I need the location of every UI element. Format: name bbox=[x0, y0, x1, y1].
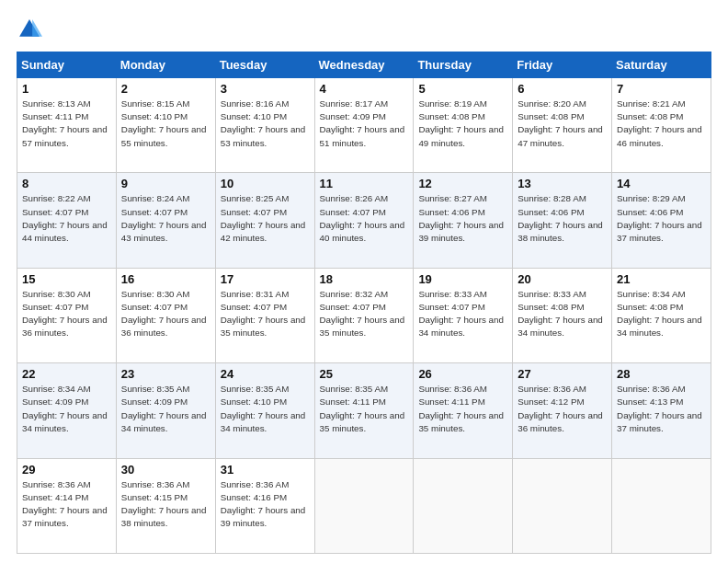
day-detail: Sunrise: 8:29 AMSunset: 4:06 PMDaylight:… bbox=[617, 193, 702, 243]
logo bbox=[17, 17, 46, 42]
calendar-cell: 22 Sunrise: 8:34 AMSunset: 4:09 PMDaylig… bbox=[17, 363, 117, 458]
day-number: 25 bbox=[320, 367, 409, 381]
day-detail: Sunrise: 8:16 AMSunset: 4:10 PMDaylight:… bbox=[221, 98, 306, 148]
day-detail: Sunrise: 8:36 AMSunset: 4:12 PMDaylight:… bbox=[518, 384, 603, 433]
day-number: 17 bbox=[221, 272, 310, 286]
calendar-cell bbox=[513, 458, 612, 553]
day-detail: Sunrise: 8:19 AMSunset: 4:08 PMDaylight:… bbox=[418, 98, 504, 148]
calendar-cell: 16 Sunrise: 8:30 AMSunset: 4:07 PMDaylig… bbox=[116, 268, 215, 362]
calendar-cell: 28 Sunrise: 8:36 AMSunset: 4:13 PMDaylig… bbox=[612, 363, 711, 458]
weekday-header-row: SundayMondayTuesdayWednesdayThursdayFrid… bbox=[17, 52, 711, 78]
calendar-cell: 12 Sunrise: 8:27 AMSunset: 4:06 PMDaylig… bbox=[414, 173, 513, 268]
calendar-cell: 18 Sunrise: 8:32 AMSunset: 4:07 PMDaylig… bbox=[314, 268, 414, 362]
day-number: 30 bbox=[121, 463, 210, 477]
calendar-week-2: 8 Sunrise: 8:22 AMSunset: 4:07 PMDayligh… bbox=[17, 173, 711, 268]
day-detail: Sunrise: 8:36 AMSunset: 4:13 PMDaylight:… bbox=[617, 384, 702, 433]
header bbox=[17, 17, 711, 42]
calendar-page: SundayMondayTuesdayWednesdayThursdayFrid… bbox=[0, 0, 728, 563]
calendar-table: SundayMondayTuesdayWednesdayThursdayFrid… bbox=[17, 52, 711, 554]
weekday-header-saturday: Saturday bbox=[612, 52, 711, 78]
day-detail: Sunrise: 8:24 AMSunset: 4:07 PMDaylight:… bbox=[121, 193, 207, 243]
day-number: 5 bbox=[418, 82, 507, 96]
day-detail: Sunrise: 8:22 AMSunset: 4:07 PMDaylight:… bbox=[22, 193, 108, 243]
calendar-cell bbox=[414, 458, 513, 553]
weekday-header-monday: Monday bbox=[116, 52, 215, 78]
calendar-cell: 30 Sunrise: 8:36 AMSunset: 4:15 PMDaylig… bbox=[116, 458, 215, 553]
day-detail: Sunrise: 8:35 AMSunset: 4:11 PMDaylight:… bbox=[320, 384, 405, 433]
day-number: 21 bbox=[617, 272, 706, 286]
day-number: 3 bbox=[221, 82, 310, 96]
calendar-cell: 20 Sunrise: 8:33 AMSunset: 4:08 PMDaylig… bbox=[513, 268, 612, 362]
day-detail: Sunrise: 8:21 AMSunset: 4:08 PMDaylight:… bbox=[617, 98, 702, 148]
calendar-cell: 25 Sunrise: 8:35 AMSunset: 4:11 PMDaylig… bbox=[314, 363, 414, 458]
day-number: 27 bbox=[518, 367, 607, 381]
calendar-cell: 11 Sunrise: 8:26 AMSunset: 4:07 PMDaylig… bbox=[314, 173, 414, 268]
day-number: 15 bbox=[22, 272, 111, 286]
day-number: 11 bbox=[320, 177, 409, 190]
day-number: 7 bbox=[617, 82, 706, 96]
calendar-cell bbox=[314, 458, 414, 553]
calendar-cell: 10 Sunrise: 8:25 AMSunset: 4:07 PMDaylig… bbox=[215, 173, 314, 268]
calendar-week-3: 15 Sunrise: 8:30 AMSunset: 4:07 PMDaylig… bbox=[17, 268, 711, 362]
weekday-header-thursday: Thursday bbox=[414, 52, 513, 78]
day-number: 2 bbox=[121, 82, 210, 96]
weekday-header-tuesday: Tuesday bbox=[215, 52, 314, 78]
day-number: 6 bbox=[518, 82, 607, 96]
day-detail: Sunrise: 8:30 AMSunset: 4:07 PMDaylight:… bbox=[121, 289, 207, 339]
day-number: 9 bbox=[121, 177, 210, 190]
day-detail: Sunrise: 8:30 AMSunset: 4:07 PMDaylight:… bbox=[22, 289, 108, 339]
day-detail: Sunrise: 8:13 AMSunset: 4:11 PMDaylight:… bbox=[22, 98, 108, 148]
day-number: 10 bbox=[221, 177, 310, 190]
calendar-cell: 21 Sunrise: 8:34 AMSunset: 4:08 PMDaylig… bbox=[612, 268, 711, 362]
day-detail: Sunrise: 8:20 AMSunset: 4:08 PMDaylight:… bbox=[518, 98, 603, 148]
day-number: 29 bbox=[22, 463, 111, 477]
day-number: 28 bbox=[617, 367, 706, 381]
calendar-cell: 1 Sunrise: 8:13 AMSunset: 4:11 PMDayligh… bbox=[17, 78, 117, 173]
day-number: 19 bbox=[418, 272, 507, 286]
day-number: 22 bbox=[22, 367, 111, 381]
day-number: 23 bbox=[121, 367, 210, 381]
calendar-cell: 3 Sunrise: 8:16 AMSunset: 4:10 PMDayligh… bbox=[215, 78, 314, 173]
calendar-week-1: 1 Sunrise: 8:13 AMSunset: 4:11 PMDayligh… bbox=[17, 78, 711, 173]
calendar-cell: 8 Sunrise: 8:22 AMSunset: 4:07 PMDayligh… bbox=[17, 173, 117, 268]
day-detail: Sunrise: 8:17 AMSunset: 4:09 PMDaylight:… bbox=[320, 98, 405, 148]
day-detail: Sunrise: 8:36 AMSunset: 4:14 PMDaylight:… bbox=[22, 479, 108, 529]
day-detail: Sunrise: 8:36 AMSunset: 4:16 PMDaylight:… bbox=[221, 479, 306, 529]
day-number: 4 bbox=[320, 82, 409, 96]
day-detail: Sunrise: 8:15 AMSunset: 4:10 PMDaylight:… bbox=[121, 98, 207, 148]
day-number: 20 bbox=[518, 272, 607, 286]
day-detail: Sunrise: 8:34 AMSunset: 4:09 PMDaylight:… bbox=[22, 384, 108, 433]
day-detail: Sunrise: 8:35 AMSunset: 4:10 PMDaylight:… bbox=[221, 384, 306, 433]
logo-icon bbox=[17, 17, 42, 42]
calendar-cell: 15 Sunrise: 8:30 AMSunset: 4:07 PMDaylig… bbox=[17, 268, 117, 362]
day-detail: Sunrise: 8:31 AMSunset: 4:07 PMDaylight:… bbox=[221, 289, 306, 339]
day-detail: Sunrise: 8:35 AMSunset: 4:09 PMDaylight:… bbox=[121, 384, 207, 433]
day-detail: Sunrise: 8:36 AMSunset: 4:11 PMDaylight:… bbox=[418, 384, 504, 433]
day-number: 31 bbox=[221, 463, 310, 477]
calendar-cell: 4 Sunrise: 8:17 AMSunset: 4:09 PMDayligh… bbox=[314, 78, 414, 173]
calendar-cell: 2 Sunrise: 8:15 AMSunset: 4:10 PMDayligh… bbox=[116, 78, 215, 173]
calendar-cell: 19 Sunrise: 8:33 AMSunset: 4:07 PMDaylig… bbox=[414, 268, 513, 362]
calendar-cell: 5 Sunrise: 8:19 AMSunset: 4:08 PMDayligh… bbox=[414, 78, 513, 173]
day-number: 8 bbox=[22, 177, 111, 190]
weekday-header-wednesday: Wednesday bbox=[314, 52, 414, 78]
day-detail: Sunrise: 8:36 AMSunset: 4:15 PMDaylight:… bbox=[121, 479, 207, 529]
day-number: 16 bbox=[121, 272, 210, 286]
day-detail: Sunrise: 8:28 AMSunset: 4:06 PMDaylight:… bbox=[518, 193, 603, 243]
calendar-cell: 27 Sunrise: 8:36 AMSunset: 4:12 PMDaylig… bbox=[513, 363, 612, 458]
calendar-cell: 9 Sunrise: 8:24 AMSunset: 4:07 PMDayligh… bbox=[116, 173, 215, 268]
day-number: 26 bbox=[418, 367, 507, 381]
weekday-header-friday: Friday bbox=[513, 52, 612, 78]
day-number: 24 bbox=[221, 367, 310, 381]
day-detail: Sunrise: 8:34 AMSunset: 4:08 PMDaylight:… bbox=[617, 289, 702, 339]
calendar-cell: 23 Sunrise: 8:35 AMSunset: 4:09 PMDaylig… bbox=[116, 363, 215, 458]
calendar-cell: 31 Sunrise: 8:36 AMSunset: 4:16 PMDaylig… bbox=[215, 458, 314, 553]
svg-marker-2 bbox=[32, 19, 42, 37]
calendar-cell: 26 Sunrise: 8:36 AMSunset: 4:11 PMDaylig… bbox=[414, 363, 513, 458]
calendar-cell: 14 Sunrise: 8:29 AMSunset: 4:06 PMDaylig… bbox=[612, 173, 711, 268]
weekday-header-sunday: Sunday bbox=[17, 52, 117, 78]
day-detail: Sunrise: 8:33 AMSunset: 4:08 PMDaylight:… bbox=[518, 289, 603, 339]
day-number: 1 bbox=[22, 82, 111, 96]
day-detail: Sunrise: 8:27 AMSunset: 4:06 PMDaylight:… bbox=[418, 193, 504, 243]
day-detail: Sunrise: 8:25 AMSunset: 4:07 PMDaylight:… bbox=[221, 193, 306, 243]
